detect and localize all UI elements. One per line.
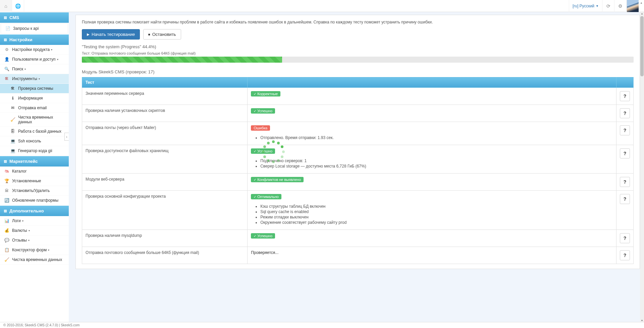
table-header-test: Тест: [82, 77, 248, 88]
help-button[interactable]: ?: [620, 194, 630, 204]
help-button[interactable]: ?: [620, 177, 630, 187]
table-row: Проверка наличия mysqldump✓Успешно?: [82, 230, 634, 247]
sidebar-item-icon: 🛠: [4, 76, 9, 81]
sidebar-item-icon: 📄: [5, 26, 10, 31]
sidebar-group-title: Дополнительно: [0, 205, 69, 216]
help-button[interactable]: ?: [620, 233, 630, 243]
sidebar-item-icon: 🛍: [4, 169, 9, 174]
test-status-cell: ✓УспешноПодключено серверов: 1Сверер Loc…: [248, 145, 616, 174]
home-icon[interactable]: ⌂: [0, 0, 12, 12]
detail-item: Режим отладки выключен: [260, 215, 613, 219]
table-header-status: [248, 77, 616, 88]
test-name: Проверка доступности файловых хранилищ: [82, 145, 248, 174]
main-content: Полная проверка системы помогает найти п…: [69, 12, 644, 322]
gear-icon[interactable]: ⚙: [614, 0, 627, 12]
test-name: Проверка наличия mysqldump: [82, 230, 248, 247]
sidebar-item[interactable]: ℹИнформация: [0, 93, 69, 103]
caret-down-icon: ▾: [29, 229, 30, 232]
sidebar-item-icon: 💬: [4, 238, 9, 243]
sidebar-item[interactable]: 🔍Поиск▾: [0, 64, 69, 74]
sidebar-item[interactable]: 💻Генератор кода gii: [0, 146, 69, 156]
sidebar-item[interactable]: 🗄Работа с базой данных: [0, 127, 69, 136]
scrollbar-thumb[interactable]: [640, 16, 644, 76]
check-icon: ✓: [254, 178, 256, 182]
sidebar-item[interactable]: 💬Отзывы▾: [0, 236, 69, 245]
scroll-up-icon[interactable]: ▴: [641, 12, 643, 15]
sidebar-item-label: Инструменты: [12, 76, 37, 81]
sidebar-item[interactable]: 🧹Чистка временных данных: [0, 113, 69, 127]
scrollbar-vertical[interactable]: ▴ ▾: [640, 12, 644, 322]
help-button[interactable]: ?: [620, 91, 630, 101]
detail-item: Sql query cache is enabled: [260, 209, 613, 214]
help-button[interactable]: ?: [620, 125, 630, 135]
sidebar-item-icon: 🔄: [4, 198, 9, 203]
sidebar-item[interactable]: 📄Запросы к api: [1, 23, 68, 34]
help-button[interactable]: ?: [620, 108, 630, 118]
progress-bar-track: [82, 57, 634, 63]
stop-testing-button[interactable]: ■ Остановить: [143, 29, 181, 40]
table-row: Проверка наличия установочных скриптов✓У…: [82, 105, 634, 122]
sidebar-item[interactable]: 🛍Каталог: [0, 167, 69, 176]
sidebar-item-icon: 🧹: [4, 257, 9, 262]
sidebar-item[interactable]: 💻Ssh консоль: [0, 136, 69, 146]
sidebar-item[interactable]: 📊Логи▾: [0, 216, 69, 226]
sidebar-item-icon: ℹ: [10, 95, 15, 101]
test-status-cell: ОшибкаОтправлено. Время отправки: 1.93 с…: [248, 122, 616, 145]
sidebar-group-title: Настройки: [0, 34, 69, 45]
sidebar-item[interactable]: 👤Пользователи и доступ▾: [0, 55, 69, 64]
sidebar-item[interactable]: 🛠Инструменты▾: [0, 74, 69, 84]
test-status-cell: ✓Корректные: [248, 88, 616, 105]
sidebar-item-label: Чистка временных данных: [18, 115, 65, 124]
sidebar-item[interactable]: 🏆Установленные: [0, 176, 69, 186]
sidebar-item[interactable]: 💰Валюты▾: [0, 226, 69, 236]
sidebar-item-label: Запросы к api: [13, 26, 39, 31]
sidebar-item[interactable]: ✉Отправка email: [0, 103, 69, 113]
status-badge: ✓Успешно: [251, 108, 275, 114]
sidebar-item[interactable]: ⚙Настройки продукта▾: [0, 45, 69, 55]
start-testing-button[interactable]: ▶ Начать тестирование: [82, 29, 140, 40]
sidebar-item-label: Отправка email: [18, 106, 47, 110]
sidebar-item-label: Пользователи и доступ: [12, 57, 56, 62]
caret-down-icon: ▾: [22, 219, 23, 222]
refresh-icon[interactable]: ⟳: [602, 0, 614, 12]
collapse-icon[interactable]: ▲: [639, 0, 644, 12]
status-badge: ✓Конфликтов не выявлено: [251, 177, 304, 182]
progress-bar-fill: [82, 57, 282, 63]
test-status-cell: ✓ОптимальноКэш структуры таблиц БД включ…: [248, 191, 616, 230]
help-button[interactable]: ?: [620, 250, 630, 260]
caret-down-icon: ▾: [48, 249, 49, 252]
detail-item: Подключено серверов: 1: [260, 158, 613, 163]
sidebar-item[interactable]: 🛠Проверка системы: [0, 84, 69, 93]
detail-item: Окружение соовтествует рабочему сайту pr…: [260, 220, 613, 225]
status-badge: ✓Оптимально: [251, 194, 281, 199]
caret-down-icon: ▾: [51, 48, 52, 51]
help-button[interactable]: ?: [620, 148, 630, 158]
globe-icon[interactable]: 🌐: [12, 0, 24, 12]
check-icon: ✓: [254, 195, 256, 199]
status-badge: ✓Корректные: [251, 91, 280, 96]
progress-subtext: Тест: Отправка почтового сообщения больш…: [82, 51, 634, 55]
sidebar-item[interactable]: 🔄Обновление платформы: [0, 196, 69, 205]
language-selector[interactable]: [ru] Русский ▼: [569, 0, 602, 12]
sidebar-toggle[interactable]: ‹: [64, 133, 69, 141]
avatar[interactable]: [627, 0, 639, 12]
sidebar-item[interactable]: 🏛Установить/Удалить: [0, 186, 69, 196]
status-badge: ✓Успешно: [251, 233, 275, 239]
sidebar-item-icon: 💻: [10, 138, 15, 144]
panel: Полная проверка системы помогает найти п…: [75, 15, 640, 269]
sidebar-item-label: Валюты: [12, 228, 27, 233]
test-status-cell: Проверяется...: [248, 247, 616, 264]
test-name: Значения переменных сервера: [82, 88, 248, 105]
table-row: Отправка почтового сообщения больше 64Кб…: [82, 247, 634, 264]
test-status-cell: ✓Успешно: [248, 230, 616, 247]
sidebar-item-icon: 📊: [4, 218, 9, 223]
test-help-cell: ?: [616, 145, 634, 174]
scroll-down-icon[interactable]: ▾: [641, 319, 643, 322]
detail-item: Отправлено. Время отправки: 1.93 сек.: [260, 135, 613, 140]
sidebar-item-label: Проверка системы: [18, 86, 53, 91]
sidebar-group-title: CMS: [0, 12, 69, 23]
sidebar-item[interactable]: 🧹Чистка временных данных: [0, 255, 69, 265]
check-icon: ✓: [254, 92, 256, 96]
module-title: Модуль SkeekS CMS (проверок: 17): [82, 69, 634, 74]
sidebar-item[interactable]: 📋Конструктор форм▾: [0, 245, 69, 255]
